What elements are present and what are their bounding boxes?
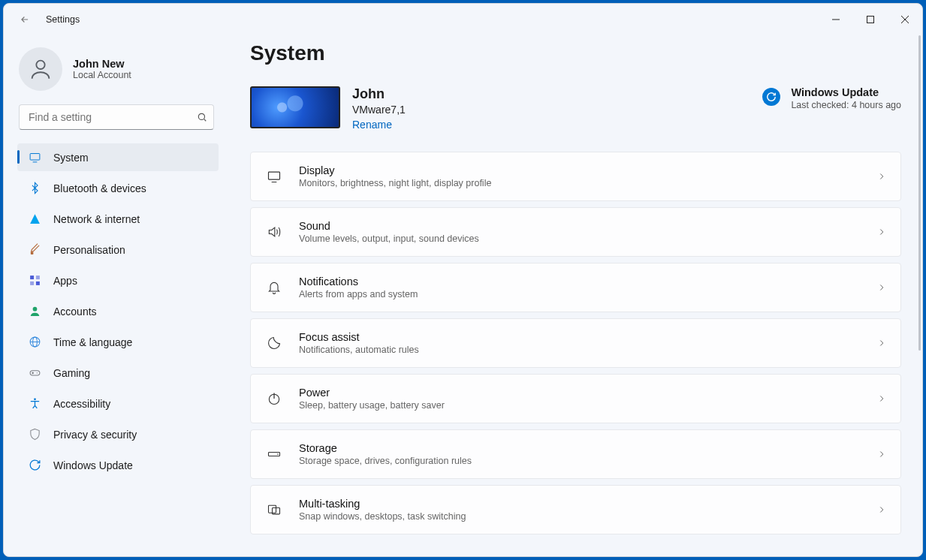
scrollbar[interactable]	[918, 35, 921, 351]
chevron-right-icon	[876, 393, 887, 404]
minimize-button[interactable]	[819, 8, 853, 32]
sidebar-item-label: Network & internet	[53, 213, 140, 225]
sidebar-item-label: Bluetooth & devices	[53, 182, 146, 194]
page-title: System	[250, 41, 901, 65]
card-subtitle: Volume levels, output, input, sound devi…	[299, 233, 861, 244]
card-storage[interactable]: StorageStorage space, drives, configurat…	[250, 429, 901, 479]
rename-link[interactable]: Rename	[352, 119, 392, 131]
card-title: Display	[299, 164, 861, 176]
bell-icon	[264, 280, 284, 295]
apps-icon	[28, 274, 41, 288]
card-title: Sound	[299, 220, 861, 232]
svg-point-4	[36, 61, 44, 69]
device-model: VMware7,1	[352, 104, 406, 116]
sidebar-item-label: Accounts	[53, 306, 97, 318]
person-icon	[28, 305, 41, 318]
card-subtitle: Sleep, battery usage, battery saver	[299, 400, 861, 411]
sidebar-item-system[interactable]: System	[17, 143, 219, 171]
device-thumbnail	[250, 86, 340, 128]
profile-name: John New	[73, 58, 131, 70]
card-subtitle: Monitors, brightness, night light, displ…	[299, 178, 861, 188]
main-content: System John VMware7,1 Rename Windows U	[229, 35, 922, 556]
avatar	[19, 47, 62, 91]
sidebar-item-accessibility[interactable]: Accessibility	[17, 390, 219, 417]
update-title: Windows Update	[791, 86, 901, 98]
search-input[interactable]	[27, 110, 191, 124]
card-title: Focus assist	[299, 331, 861, 343]
moon-icon	[264, 336, 284, 351]
svg-rect-1	[867, 17, 874, 23]
sidebar-item-update[interactable]: Windows Update	[17, 451, 219, 479]
sidebar-item-label: Time & language	[53, 336, 132, 348]
chevron-right-icon	[876, 338, 887, 348]
chevron-right-icon	[876, 171, 887, 182]
window-controls	[819, 8, 922, 32]
sidebar-item-apps[interactable]: Apps	[17, 266, 219, 294]
sidebar-item-label: Apps	[53, 275, 77, 287]
close-button[interactable]	[888, 8, 922, 32]
sound-icon	[264, 224, 284, 239]
device-row: John VMware7,1 Rename Windows Update Las…	[250, 86, 901, 131]
sidebar-item-gaming[interactable]: Gaming	[17, 359, 219, 387]
profile-block[interactable]: John New Local Account	[4, 43, 229, 104]
brush-icon	[28, 243, 41, 257]
svg-point-5	[198, 113, 204, 119]
search-input-wrapper[interactable]	[19, 104, 214, 130]
card-focus[interactable]: Focus assistNotifications, automatic rul…	[250, 318, 901, 368]
card-title: Power	[299, 387, 861, 399]
accessibility-icon	[28, 397, 41, 411]
profile-subtitle: Local Account	[73, 70, 131, 80]
maximize-button[interactable]	[853, 8, 888, 32]
card-subtitle: Alerts from apps and system	[299, 289, 861, 300]
sidebar-item-label: System	[53, 152, 89, 164]
card-power[interactable]: PowerSleep, battery usage, battery saver	[250, 374, 901, 423]
chevron-right-icon	[876, 449, 887, 459]
card-subtitle: Notifications, automatic rules	[299, 345, 861, 355]
sidebar-item-label: Personalisation	[53, 244, 125, 256]
windows-update-shortcut[interactable]: Windows Update Last checked: 4 hours ago	[762, 86, 901, 110]
card-title: Multi-tasking	[299, 498, 861, 510]
sidebar-item-network[interactable]: Network & internet	[17, 205, 219, 233]
sidebar-item-label: Gaming	[53, 367, 90, 379]
settings-window: Settings John New	[3, 3, 923, 557]
sync-icon	[762, 88, 780, 106]
sidebar-item-label: Windows Update	[53, 459, 133, 471]
sidebar-nav: SystemBluetooth & devicesNetwork & inter…	[4, 143, 229, 479]
sync-icon	[28, 459, 41, 472]
sidebar-item-accounts[interactable]: Accounts	[17, 297, 219, 325]
display-icon	[264, 169, 284, 184]
window-title: Settings	[46, 14, 80, 25]
bluetooth-icon	[28, 182, 41, 195]
card-title: Storage	[299, 442, 861, 454]
sidebar-item-bluetooth[interactable]: Bluetooth & devices	[17, 174, 219, 202]
card-notifications[interactable]: NotificationsAlerts from apps and system	[250, 263, 901, 312]
gamepad-icon	[28, 366, 41, 380]
display-icon	[28, 151, 41, 164]
storage-icon	[264, 447, 284, 462]
chevron-right-icon	[876, 227, 887, 237]
sidebar-item-label: Accessibility	[53, 398, 110, 410]
card-subtitle: Snap windows, desktops, task switching	[299, 511, 861, 522]
titlebar: Settings	[4, 4, 922, 35]
search-icon	[197, 112, 207, 122]
power-icon	[264, 391, 284, 406]
sidebar-item-time[interactable]: Time & language	[17, 328, 219, 356]
shield-icon	[28, 428, 41, 441]
wifi-icon	[28, 212, 41, 226]
sidebar-item-personalisation[interactable]: Personalisation	[17, 236, 219, 263]
back-button[interactable]	[17, 12, 32, 27]
multitask-icon	[264, 502, 284, 517]
settings-cards: DisplayMonitors, brightness, night light…	[250, 152, 901, 534]
globe-icon	[28, 336, 41, 349]
device-name: John	[352, 86, 406, 102]
card-display[interactable]: DisplayMonitors, brightness, night light…	[250, 152, 901, 201]
svg-line-6	[204, 119, 207, 122]
card-multitask[interactable]: Multi-taskingSnap windows, desktops, tas…	[250, 485, 901, 534]
card-sound[interactable]: SoundVolume levels, output, input, sound…	[250, 207, 901, 257]
sidebar: John New Local Account SystemBluetooth &…	[4, 35, 229, 556]
sidebar-item-privacy[interactable]: Privacy & security	[17, 420, 219, 448]
update-subtitle: Last checked: 4 hours ago	[791, 100, 901, 110]
chevron-right-icon	[876, 282, 887, 293]
sidebar-item-label: Privacy & security	[53, 429, 137, 441]
card-title: Notifications	[299, 275, 861, 288]
